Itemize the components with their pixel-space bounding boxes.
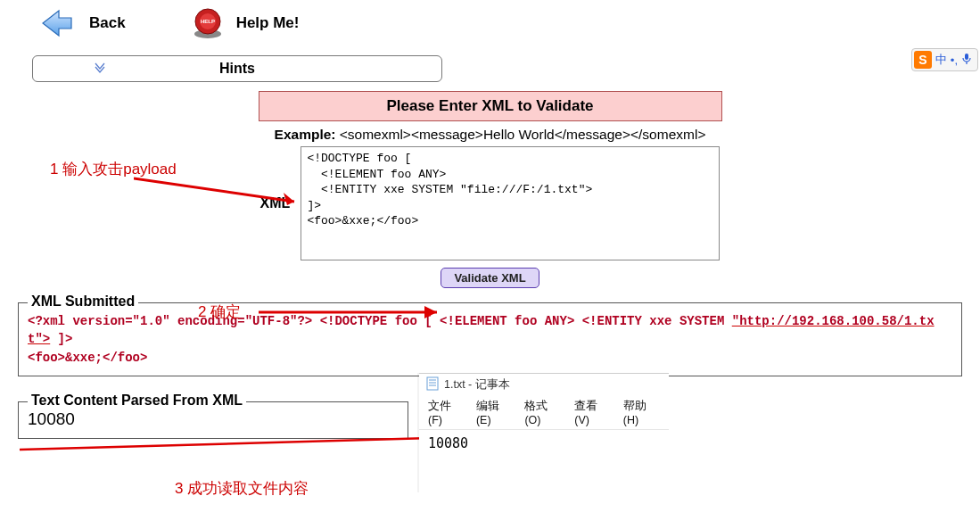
- notepad-menu-help[interactable]: 帮助(H): [623, 399, 660, 426]
- xml-submitted-fieldset: XML Submitted <?xml version="1.0" encodi…: [18, 302, 962, 376]
- parsed-legend: Text Content Parsed From XML: [28, 393, 246, 409]
- arrow-1-icon: [134, 175, 312, 211]
- svg-rect-13: [965, 54, 968, 60]
- sogou-icon[interactable]: S: [914, 51, 932, 69]
- svg-rect-9: [427, 377, 438, 390]
- back-label[interactable]: Back: [89, 14, 126, 32]
- notepad-file-icon: [426, 376, 439, 393]
- notepad-menu[interactable]: 文件(F) 编辑(E) 格式(O) 查看(V) 帮助(H): [419, 396, 669, 430]
- svg-marker-5: [284, 193, 294, 205]
- xml-submitted-legend: XML Submitted: [28, 293, 138, 310]
- notepad-window: 1.txt - 记事本 文件(F) 编辑(E) 格式(O) 查看(V) 帮助(H…: [419, 373, 669, 492]
- notepad-menu-file[interactable]: 文件(F): [428, 399, 464, 426]
- svg-text:HELP: HELP: [201, 19, 215, 24]
- ime-widget[interactable]: S 中 •,: [911, 48, 978, 71]
- svg-marker-7: [424, 306, 437, 318]
- expand-down-icon: [94, 62, 106, 77]
- back-icon[interactable]: [36, 5, 78, 41]
- annotation-2: 2 确定: [198, 302, 241, 322]
- example-text: Example: <somexml><message>Hello World</…: [0, 127, 980, 143]
- svg-line-4: [134, 178, 294, 202]
- validate-button[interactable]: Validate XML: [441, 268, 539, 288]
- banner-title: Please Enter XML to Validate: [259, 91, 722, 121]
- ime-punct[interactable]: •,: [951, 54, 958, 67]
- notepad-title-text: 1.txt - 记事本: [444, 377, 510, 393]
- xml-textarea[interactable]: [301, 146, 720, 260]
- notepad-menu-view[interactable]: 查看(V): [574, 399, 611, 426]
- notepad-content: 10080: [419, 430, 669, 457]
- arrow-2-icon: [259, 303, 455, 321]
- notepad-menu-edit[interactable]: 编辑(E): [476, 399, 513, 426]
- help-icon[interactable]: HELP: [190, 5, 226, 41]
- help-label[interactable]: Help Me!: [236, 14, 300, 32]
- parsed-value: 10080: [28, 409, 399, 429]
- notepad-titlebar: 1.txt - 记事本: [419, 374, 669, 396]
- annotation-3: 3 成功读取文件内容: [175, 478, 309, 499]
- hints-button[interactable]: Hints: [32, 55, 442, 82]
- mic-icon[interactable]: [961, 53, 972, 68]
- notepad-menu-format[interactable]: 格式(O): [524, 399, 562, 426]
- xml-submitted-content: <?xml version="1.0" encoding="UTF-8"?> <…: [28, 312, 952, 367]
- ime-lang[interactable]: 中: [935, 52, 947, 68]
